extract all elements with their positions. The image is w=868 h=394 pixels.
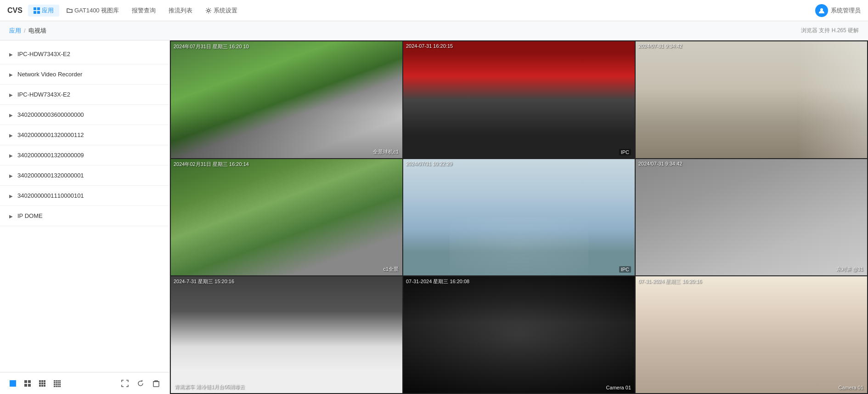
chevron-icon-0: ▶ [9,52,14,57]
chevron-icon-1: ▶ [9,72,14,77]
fullscreen-button[interactable] [119,377,131,389]
svg-rect-33 [56,386,57,387]
svg-rect-26 [57,382,59,383]
sidebar-item-8[interactable]: ▶ IP DOME [0,206,169,226]
svg-rect-2 [34,11,36,14]
layout-3x3-button[interactable] [37,378,48,389]
video-timestamp-7: 2024-7-31 星期三 15:20:16 [174,278,234,285]
sidebar-label-0: IPC-HDW7343X-E2 [17,51,70,57]
sidebar-label-4: 34020000001320000112 [17,131,84,138]
video-cell-2[interactable]: 2024-07-31 16:20:15 IPC [403,41,635,158]
svg-rect-25 [56,382,57,383]
sidebar-label-8: IP DOME [17,212,43,219]
video-grid: 2024年07月31日 星期三 16:20 10 全景球机c1 2024-07-… [170,40,868,394]
svg-rect-13 [44,380,45,382]
sidebar-item-4[interactable]: ▶ 34020000001320000112 [0,125,169,145]
svg-rect-14 [39,383,41,384]
video-cell-1[interactable]: 2024年07月31日 星期三 16:20 10 全景球机c1 [171,41,402,158]
sidebar-label-7: 34020000001110000101 [17,192,84,199]
sidebar-label-3: 34020000003600000000 [17,111,84,118]
sidebar-label-6: 34020000001320000001 [17,172,84,179]
svg-rect-12 [41,380,43,382]
layout-quad-icon [24,380,31,387]
sidebar-item-7[interactable]: ▶ 34020000001110000101 [0,186,169,206]
sidebar-item-5[interactable]: ▶ 34020000001320000009 [0,145,169,166]
breadcrumb: 应用 / 电视墙 浏览器 支持 H.265 硬解 [0,21,868,40]
video-label-6: 东对讲 @31 [836,266,863,273]
video-timestamp-4: 2024年02月31日 星期三 16:20:14 [174,161,249,168]
layout-nine-icon [39,380,46,387]
nav-item-app[interactable]: 应用 [28,5,59,17]
video-label-8: Camera 01 [606,385,631,390]
layout-1x1-button[interactable] [7,378,18,389]
app-logo: CVS [7,6,23,15]
sidebar-label-2: IPC-HDW7343X-E2 [17,91,70,98]
sidebar-item-2[interactable]: ▶ IPC-HDW7343X-E2 [0,85,169,105]
svg-rect-15 [41,383,43,384]
video-cell-3[interactable]: 2024/07-31 9:34:42 [636,41,867,158]
breadcrumb-parent[interactable]: 应用 [9,27,21,35]
svg-rect-18 [41,385,43,387]
nav-item-gat1400[interactable]: GAT1400 视图库 [61,5,124,17]
delete-button[interactable] [150,377,162,389]
video-cell-4[interactable]: 2024年02月31日 星期三 16:20:14 c1全景 [171,159,402,276]
layout-2x2-button[interactable] [22,378,33,389]
svg-rect-28 [54,384,55,385]
video-label-7: 青蒿素车 港冷链1月台05消毒云 [175,383,245,390]
svg-rect-31 [59,384,61,385]
chevron-icon-2: ▶ [9,92,14,97]
nav-right: 系统管理员 [815,4,861,17]
username: 系统管理员 [831,6,861,15]
fullscreen-icon [121,380,129,387]
video-label-1: 全景球机c1 [373,148,399,155]
main-layout: ▶ IPC-HDW7343X-E2 ▶ Network Video Record… [0,40,868,394]
video-cell-9[interactable]: 07-31-2024 星期三 16:20:16 Camera 01 [636,276,867,393]
svg-rect-36 [153,382,159,387]
top-nav: CVS 应用 GAT1400 视图库 报警查询 推流列表 系统设置 系统管理员 [0,0,868,21]
video-ipc-badge-2: IPC [619,149,631,155]
video-label-9: Camera 01 [839,385,863,390]
video-cell-6[interactable]: 2024/07-31 9:34:42 东对讲 @31 [636,159,867,276]
breadcrumb-current: 电视墙 [28,27,46,35]
sidebar-item-1[interactable]: ▶ Network Video Recorder [0,64,169,85]
layout-single-icon [9,380,17,387]
svg-rect-22 [57,380,59,382]
folder-icon [67,7,73,13]
nav-item-stream[interactable]: 推流列表 [163,5,198,17]
video-timestamp-8: 07-31-2024 星期三 16:20:08 [406,278,469,285]
svg-rect-11 [39,380,41,382]
trash-icon [153,380,159,387]
nav-item-settings[interactable]: 系统设置 [200,5,243,17]
svg-rect-9 [24,384,27,387]
grid-icon [34,7,40,14]
svg-rect-7 [24,380,27,383]
video-cell-5[interactable]: 2024/07/31 10:22:29 IPC [403,159,635,276]
svg-rect-35 [59,386,61,387]
video-cell-7[interactable]: 2024-7-31 星期三 15:20:16 青蒿素车 港冷链1月台05消毒云 [171,276,402,393]
avatar [815,4,828,17]
video-ipc-badge-5: IPC [619,266,631,273]
nav-item-alarm[interactable]: 报警查询 [126,5,161,17]
h265-hint: 浏览器 支持 H.265 硬解 [801,27,859,34]
refresh-icon [137,380,144,387]
svg-rect-1 [37,7,40,10]
video-cell-8[interactable]: 07-31-2024 星期三 16:20:08 Camera 01 [403,276,635,393]
sidebar: ▶ IPC-HDW7343X-E2 ▶ Network Video Record… [0,40,170,394]
video-timestamp-5: 2024/07/31 10:22:29 [406,161,452,166]
svg-point-4 [208,9,210,11]
layout-4x4-button[interactable] [51,378,62,389]
svg-rect-10 [28,384,31,387]
video-timestamp-1: 2024年07月31日 星期三 16:20 10 [174,43,249,50]
sidebar-item-6[interactable]: ▶ 34020000001320000001 [0,166,169,186]
svg-rect-8 [28,380,31,383]
chevron-icon-4: ▶ [9,133,14,137]
breadcrumb-separator: / [24,27,26,34]
sidebar-item-0[interactable]: ▶ IPC-HDW7343X-E2 [0,44,169,64]
video-timestamp-2: 2024-07-31 16:20:15 [406,43,453,49]
sidebar-item-3[interactable]: ▶ 34020000003600000000 [0,105,169,125]
refresh-button[interactable] [135,377,147,389]
sidebar-label-1: Network Video Recorder [17,71,82,78]
video-label-4: c1全景 [383,266,399,273]
video-timestamp-3: 2024/07-31 9:34:42 [638,43,682,49]
svg-rect-29 [56,384,57,385]
